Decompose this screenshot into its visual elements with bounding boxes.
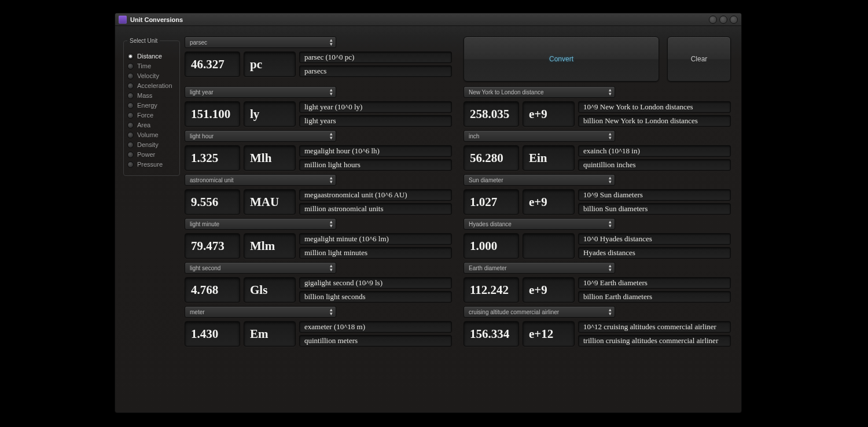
unit-select-label: light second <box>190 265 220 271</box>
unit-desc-words: parsecs <box>299 65 452 77</box>
unit-abbr: e+9 <box>523 189 575 215</box>
unit-select[interactable]: astronomical unit▴▾ <box>185 174 336 186</box>
radio-icon <box>127 161 134 168</box>
unit-block: Earth diameter▴▾112.242e+910^9 Earth dia… <box>464 262 731 303</box>
unit-block: light hour▴▾1.325Mlhmegalight hour (10^6… <box>185 130 452 171</box>
unit-select-label: astronomical unit <box>190 177 234 183</box>
unit-category-radio[interactable]: Time <box>127 62 177 69</box>
radio-label: Distance <box>137 53 162 60</box>
chevron-updown-icon: ▴▾ <box>609 308 612 316</box>
convert-button-label: Convert <box>549 55 573 63</box>
app-icon <box>119 16 127 24</box>
unit-select[interactable]: parsec ▴▾ <box>185 36 336 48</box>
unit-category-radio[interactable]: Force <box>127 112 177 119</box>
minimize-button[interactable] <box>709 16 717 24</box>
unit-abbr: MAU <box>244 189 296 215</box>
unit-abbr: ly <box>244 101 296 127</box>
unit-desc-long: 10^9 Earth diameters <box>578 277 731 289</box>
unit-select[interactable]: inch▴▾ <box>464 130 615 142</box>
unit-block: astronomical unit▴▾9.556MAUmegaastronomi… <box>185 174 452 215</box>
unit-block: light second▴▾4.768Glsgigalight second (… <box>185 262 452 303</box>
unit-select[interactable]: Hyades distance▴▾ <box>464 218 615 230</box>
value-display: 1.325 <box>185 145 240 171</box>
unit-block: meter▴▾1.430Emexameter (10^18 m)quintill… <box>185 306 452 347</box>
unit-category-radio[interactable]: Energy <box>127 102 177 109</box>
unit-category-radio[interactable]: Acceleration <box>127 82 177 89</box>
radio-icon <box>127 152 134 158</box>
window-title: Unit Conversions <box>130 16 183 23</box>
unit-category-radio[interactable]: Density <box>127 141 177 148</box>
value-display: 56.280 <box>464 145 519 171</box>
unit-select[interactable]: Earth diameter▴▾ <box>464 262 615 274</box>
unit-desc-words: billion New York to London distances <box>578 115 731 127</box>
unit-category-radio[interactable]: Pressure <box>127 161 177 168</box>
unit-block: cruising altitude commercial airliner▴▾1… <box>464 306 731 347</box>
value-display: 9.556 <box>185 189 240 215</box>
unit-abbr: Em <box>244 321 296 347</box>
value-display: 1.430 <box>185 321 240 347</box>
radio-icon <box>127 53 134 60</box>
value-display: 79.473 <box>185 233 240 259</box>
unit-desc-words: quintillion inches <box>578 159 731 171</box>
unit-select[interactable]: light minute▴▾ <box>185 218 336 230</box>
app-window: Unit Conversions Select Unit DistanceTim… <box>115 13 742 413</box>
value-display: 4.768 <box>185 277 240 303</box>
unit-category-radio[interactable]: Area <box>127 122 177 128</box>
unit-desc-long: megalight hour (10^6 lh) <box>299 145 452 157</box>
value-display: 151.100 <box>185 101 240 127</box>
unit-desc-words: trillion cruising altitudes commercial a… <box>578 335 731 347</box>
unit-block: Sun diameter▴▾1.027e+910^9 Sun diameters… <box>464 174 731 215</box>
radio-label: Energy <box>137 102 157 109</box>
maximize-button[interactable] <box>719 16 727 24</box>
chevron-updown-icon: ▴▾ <box>609 220 612 228</box>
unit-category-radio[interactable]: Velocity <box>127 72 177 79</box>
convert-button[interactable]: Convert <box>464 36 659 82</box>
unit-desc-long: parsec (10^0 pc) <box>299 51 452 63</box>
unit-select-label: light hour <box>190 133 214 139</box>
chevron-updown-icon: ▴▾ <box>330 88 333 96</box>
unit-desc-long: exainch (10^18 in) <box>578 145 731 157</box>
radio-label: Time <box>137 62 151 69</box>
chevron-updown-icon: ▴▾ <box>330 264 333 272</box>
unit-select-label: light minute <box>190 221 219 227</box>
unit-block: Hyades distance▴▾1.00010^0 Hyades distan… <box>464 218 731 259</box>
unit-category-radio[interactable]: Mass <box>127 92 177 99</box>
close-button[interactable] <box>730 16 738 24</box>
unit-category-radio[interactable]: Volume <box>127 131 177 138</box>
unit-abbr: Ein <box>523 145 575 171</box>
unit-desc-long: gigalight second (10^9 ls) <box>299 277 452 289</box>
radio-icon <box>127 142 134 148</box>
radio-label: Volume <box>137 131 159 138</box>
unit-desc-long: light year (10^0 ly) <box>299 101 452 113</box>
sidebar: Select Unit DistanceTimeVelocityAccelera… <box>115 26 180 413</box>
radio-label: Pressure <box>137 161 163 168</box>
unit-select[interactable]: light year▴▾ <box>185 86 336 98</box>
value-display: 112.242 <box>464 277 519 303</box>
unit-select[interactable]: meter▴▾ <box>185 306 336 318</box>
unit-desc-words: Hyades distances <box>578 247 731 259</box>
unit-select-label: inch <box>469 133 479 139</box>
value-display: 1.027 <box>464 189 519 215</box>
value-input[interactable]: 46.327 <box>185 51 240 77</box>
value-display: 1.000 <box>464 233 519 259</box>
unit-desc-words: quintillion meters <box>299 335 452 347</box>
clear-button-label: Clear <box>691 55 708 63</box>
chevron-updown-icon: ▴▾ <box>609 264 612 272</box>
radio-icon <box>127 73 134 79</box>
clear-button[interactable]: Clear <box>667 36 731 82</box>
unit-select[interactable]: light hour▴▾ <box>185 130 336 142</box>
unit-category-radio[interactable]: Power <box>127 151 177 158</box>
chevron-updown-icon: ▴▾ <box>330 132 333 140</box>
radio-icon <box>127 93 134 99</box>
unit-abbr: pc <box>244 51 296 77</box>
unit-select-label: Sun diameter <box>469 177 503 183</box>
unit-select[interactable]: Sun diameter▴▾ <box>464 174 615 186</box>
unit-block: New York to London distance▴▾258.035e+91… <box>464 86 731 127</box>
unit-category-radio[interactable]: Distance <box>127 53 177 60</box>
unit-select[interactable]: New York to London distance▴▾ <box>464 86 615 98</box>
unit-category-legend: Select Unit <box>127 38 160 44</box>
unit-select[interactable]: light second▴▾ <box>185 262 336 274</box>
radio-label: Mass <box>137 92 152 99</box>
unit-desc-words: million light minutes <box>299 247 452 259</box>
unit-select[interactable]: cruising altitude commercial airliner▴▾ <box>464 306 615 318</box>
